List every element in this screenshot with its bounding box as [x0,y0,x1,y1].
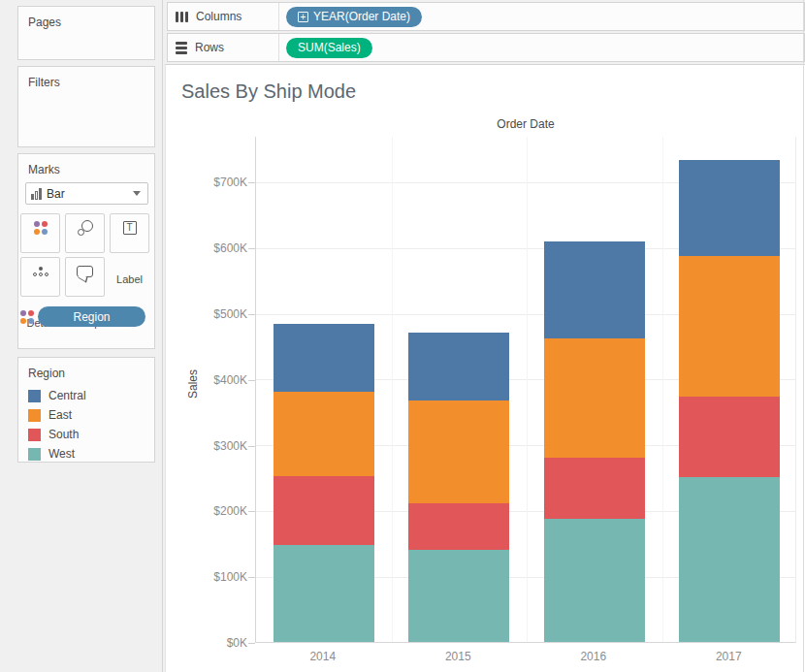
detail-dots-icon [33,267,48,276]
sum-sales-pill[interactable]: SUM(Sales) [286,38,372,58]
text-label-icon: T [123,221,137,235]
column-field-label[interactable]: Order Date [255,117,796,131]
columns-shelf[interactable]: Columns + YEAR(Order Date) [167,2,805,31]
y-tick-mark [248,643,255,644]
bar-segment-west-2015[interactable] [408,550,509,642]
chevron-down-icon [133,191,141,196]
y-tick-mark [248,511,255,512]
y-tick-mark [248,577,255,578]
filters-shelf-title: Filters [18,67,154,89]
bar-segment-east-2017[interactable] [679,256,780,396]
y-tick-label: $700K [185,175,247,190]
bar-segment-central-2015[interactable] [408,333,509,400]
bar-segment-south-2014[interactable] [274,476,374,544]
columns-icon [176,12,188,22]
west-swatch [28,448,41,461]
pages-shelf-title: Pages [18,7,154,29]
bar-segment-west-2014[interactable] [274,545,374,642]
bar-segment-east-2014[interactable] [274,392,374,476]
y-tick-mark [248,314,255,315]
color-dots-icon [20,310,34,324]
legend-item-east[interactable]: East [18,405,154,425]
bar-segment-south-2017[interactable] [679,397,780,477]
legend-item-label: West [48,447,75,461]
marks-pill-row: Region [20,305,152,328]
column-divider [392,137,393,642]
column-divider [662,137,663,642]
tooltip-button[interactable]: Tooltip [65,257,105,297]
size-button[interactable]: Size [65,213,105,253]
marks-card: Marks Bar Color Size T Label Detail Tool… [17,153,155,349]
window-right-edge [803,0,804,672]
x-tick-label-2015[interactable]: 2015 [391,649,527,664]
sum-sales-pill-text: SUM(Sales) [298,41,361,54]
color-dots-icon [34,221,48,235]
bar-segment-central-2016[interactable] [544,241,645,338]
x-tick-label-2016[interactable]: 2016 [526,649,661,664]
columns-shelf-head: Columns [168,3,279,30]
y-tick-mark [248,182,255,183]
legend-item-label: Central [48,389,86,402]
label-button[interactable]: T Label [110,213,149,253]
y-tick-mark [248,446,255,447]
filters-shelf[interactable]: Filters [17,66,155,147]
tableau-worksheet-window: { "shelves": { "columns": { "label": "Co… [0,0,805,672]
y-tick-label: $600K [185,240,247,256]
y-tick-label: $200K [185,503,247,519]
speech-bubble-icon [77,266,93,277]
bar-segment-central-2017[interactable] [679,160,780,257]
bar-segment-east-2015[interactable] [408,400,509,503]
sheet-title[interactable]: Sales By Ship Mode [181,80,356,103]
y-tick-label: $300K [185,438,247,454]
y-tick-label: $100K [185,569,247,585]
legend-items: Central East South West [18,386,154,464]
legend-item-west[interactable]: West [18,444,154,464]
year-order-date-pill[interactable]: + YEAR(Order Date) [286,7,422,27]
bar-segment-south-2016[interactable] [544,458,645,519]
detail-button[interactable]: Detail [20,257,60,297]
columns-shelf-label: Columns [196,10,242,23]
year-order-date-pill-text: YEAR(Order Date) [313,10,410,23]
mark-type-dropdown[interactable]: Bar [25,182,148,205]
bar-segment-central-2014[interactable] [274,324,374,392]
pages-shelf[interactable]: Pages [17,6,155,60]
x-tick-label-2014[interactable]: 2014 [255,649,391,664]
chart-pane [255,137,796,643]
y-tick-label: $400K [185,372,247,388]
rows-shelf-head: Rows [168,34,279,61]
column-divider [527,137,528,642]
marks-card-title: Marks [18,154,154,176]
size-circles-icon [78,220,93,236]
sidebar: Pages Filters Marks Bar Color Size T Lab… [0,0,163,672]
x-tick-label-2017[interactable]: 2017 [661,649,797,664]
y-tick-mark [248,380,255,381]
east-swatch [28,409,41,422]
bar-segment-east-2016[interactable] [544,338,645,458]
south-swatch [28,429,41,441]
color-legend: Region Central East South West [17,357,155,463]
rows-shelf-label: Rows [195,41,224,54]
bar-chart-icon [31,188,42,200]
legend-title: Region [18,358,154,380]
legend-item-label: East [48,408,72,422]
rows-shelf[interactable]: Rows SUM(Sales) [167,33,805,62]
mark-type-value: Bar [47,187,65,201]
bar-segment-west-2017[interactable] [679,477,780,642]
legend-item-south[interactable]: South [18,425,154,444]
region-pill[interactable]: Region [38,306,145,327]
y-tick-label: $0K [185,635,247,651]
rows-icon [176,42,187,54]
plus-box-icon[interactable]: + [298,12,308,22]
legend-item-label: South [48,428,79,441]
color-button[interactable]: Color [20,213,60,253]
bar-segment-south-2015[interactable] [408,503,509,550]
bar-segment-west-2016[interactable] [544,519,645,642]
legend-item-central[interactable]: Central [18,386,154,405]
central-swatch [28,390,41,402]
y-tick-mark [248,248,255,249]
y-tick-label: $500K [185,306,247,322]
worksheet: Sales By Ship Mode Order Date Sales $0K$… [165,64,805,672]
